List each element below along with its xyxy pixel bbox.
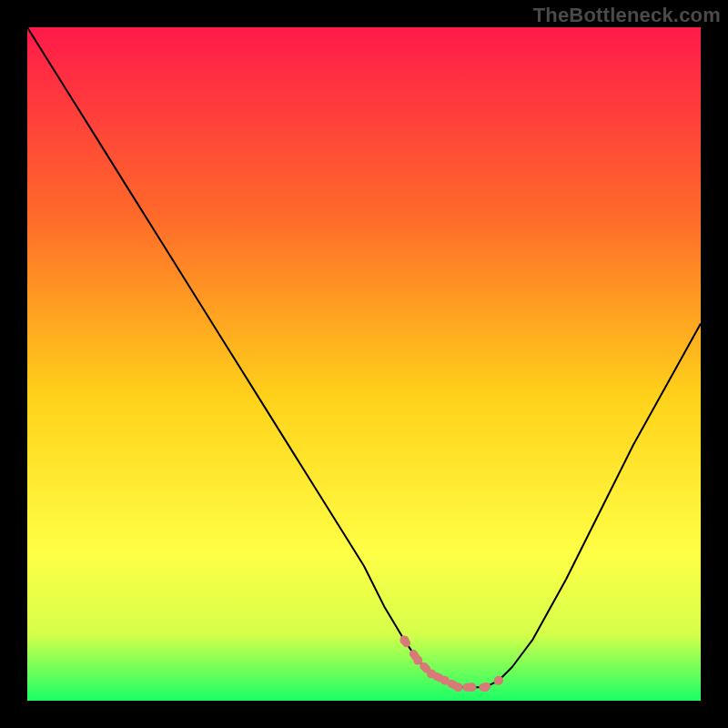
optimal-marker-dot [467,682,476,692]
gradient-background [27,27,701,701]
plot-area [27,27,701,701]
optimal-marker-dot [480,682,490,692]
optimal-marker-dot [440,676,450,685]
optimal-marker-dot [454,682,463,692]
chart-frame: TheBottleneck.com [0,0,728,728]
optimal-marker-dot [399,635,409,644]
optimal-marker-dot [413,656,422,665]
optimal-marker-dot [427,669,436,678]
watermark-label: TheBottleneck.com [533,4,721,27]
bottleneck-chart [27,27,701,701]
optimal-marker-dot [494,676,503,685]
